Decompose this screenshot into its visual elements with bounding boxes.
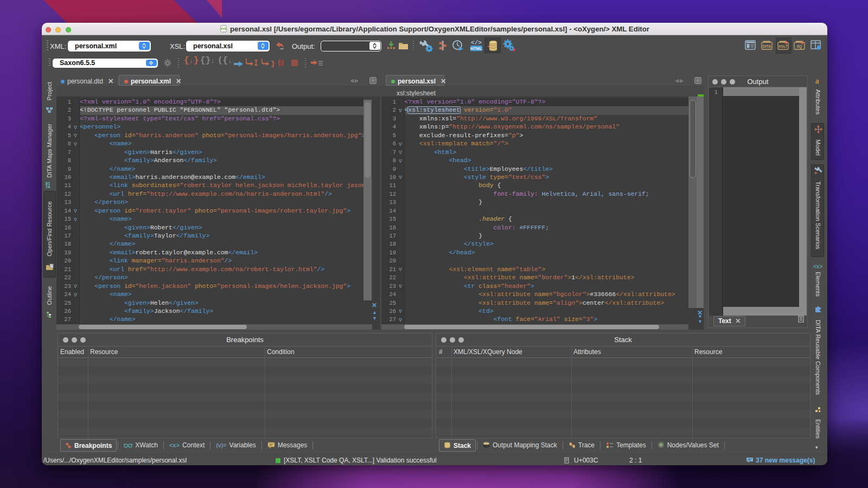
svg-text:TA: TA [46, 185, 50, 189]
svg-text:}}: }} [271, 60, 275, 67]
svg-text:DITA: DITA [763, 44, 771, 48]
svg-text:XQ: XQ [797, 44, 802, 49]
svg-text:HTML: HTML [470, 46, 482, 51]
svg-text:</>: </> [471, 40, 482, 46]
svg-text:XSLT: XSLT [778, 44, 788, 48]
